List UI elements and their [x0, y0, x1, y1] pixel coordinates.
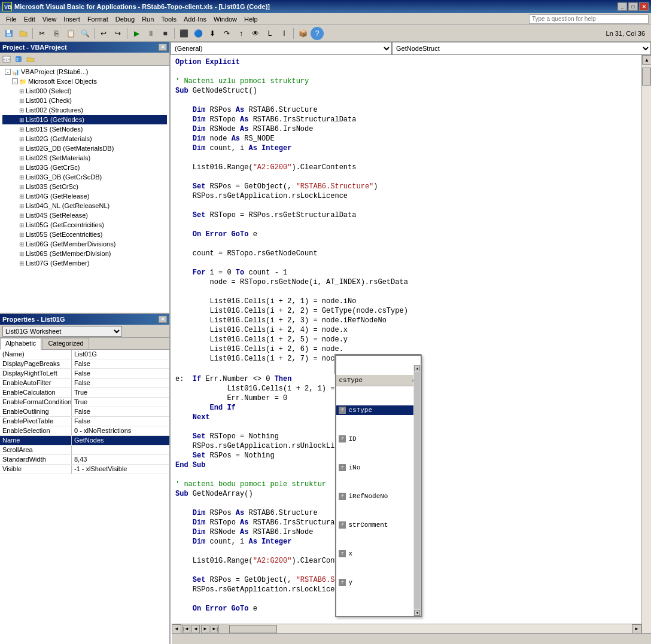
hscroll-home-button[interactable]: |◄ — [182, 625, 190, 633]
tab-categorized[interactable]: Categorized — [42, 338, 89, 349]
tree-list000-label: List000 (Select) — [26, 87, 71, 94]
menu-view[interactable]: View — [39, 14, 60, 24]
tree-vbaproject[interactable]: - 📊 VBAProject (RStab6...) — [2, 67, 167, 77]
stepinto-button[interactable]: ⬇ — [206, 27, 219, 40]
properties-panel-title: Properties - List01G — [2, 316, 65, 323]
tree-list06g[interactable]: ⊞ List06G (GetMemberDivisions) — [2, 239, 167, 249]
tree-list02s[interactable]: ⊞ List02S (SetMaterials) — [2, 153, 167, 163]
properties-close-button[interactable]: ✕ — [159, 316, 167, 323]
cut-button[interactable]: ✂ — [35, 27, 48, 40]
menu-insert[interactable]: Insert — [60, 14, 84, 24]
ac-scroll-down[interactable]: ▼ — [414, 610, 420, 616]
tree-list07g[interactable]: ⊞ List07G (GetMember) — [2, 258, 167, 268]
tree-list03s[interactable]: ⊞ List03S (SetCrSc) — [2, 182, 167, 191]
tree-list05s[interactable]: ⊞ List05S (SetEccentricities) — [2, 230, 167, 239]
menu-file[interactable]: File — [2, 14, 20, 24]
maximize-button[interactable]: □ — [628, 2, 638, 11]
ac-item-strcomment[interactable]: f strComment — [336, 520, 421, 530]
immediate-button[interactable]: I — [278, 27, 291, 40]
autocomplete-title: csType — [339, 376, 363, 385]
hscroll-right-button[interactable]: ► — [632, 624, 641, 634]
menu-format[interactable]: Format — [84, 14, 112, 24]
tree-list02g-db[interactable]: ⊞ List02G_DB (GetMaterialsDB) — [2, 144, 167, 153]
props-object-select[interactable]: List01G Worksheet — [2, 326, 122, 337]
toggle-folders-button[interactable] — [25, 54, 36, 65]
locals-button[interactable]: L — [263, 27, 276, 40]
menu-window[interactable]: Window — [210, 14, 241, 24]
editor-vscroll: ▲ ▼ — [641, 55, 651, 644]
code-area: Option Explicit ' Nacteni uzlu pomoci st… — [171, 55, 651, 644]
tree-list04g-nl[interactable]: ⊞ List04G_NL (GetReleaseNL) — [2, 201, 167, 210]
tree-list01s[interactable]: ⊞ List01S (SetNodes) — [2, 124, 167, 134]
vscroll-up-button[interactable]: ▲ — [642, 55, 651, 65]
tree-list05g[interactable]: ⊞ List05G (GetEccentricities) — [2, 220, 167, 230]
tree-list000[interactable]: ⊞ List000 (Select) — [2, 86, 167, 96]
hscroll-end-button[interactable]: ►| — [211, 625, 219, 633]
project-close-button[interactable]: ✕ — [159, 44, 167, 51]
vbaproject-expander[interactable]: - — [5, 69, 11, 75]
menu-addins[interactable]: Add-Ins — [180, 14, 210, 24]
hscroll-left-button[interactable]: ◄ — [172, 624, 181, 634]
minimize-button[interactable]: _ — [617, 2, 627, 11]
ac-item-id[interactable]: f ID — [336, 434, 421, 444]
menu-run[interactable]: Run — [138, 14, 157, 24]
view-object-button[interactable]: Σ — [13, 54, 24, 65]
menu-debug[interactable]: Debug — [112, 14, 138, 24]
break-button[interactable]: ⏸ — [144, 27, 157, 40]
menu-tools[interactable]: Tools — [157, 14, 180, 24]
menu-edit[interactable]: Edit — [20, 14, 39, 24]
vscroll-thumb[interactable] — [642, 68, 651, 86]
copy-button[interactable]: ⎘ — [50, 27, 63, 40]
help-button[interactable]: ? — [311, 27, 324, 40]
tree-list02g[interactable]: ⊞ List02G (GetMaterials) — [2, 134, 167, 144]
breakpoint-button[interactable]: 🔵 — [191, 27, 205, 40]
paste-button[interactable]: 📋 — [64, 27, 77, 40]
save-button[interactable] — [2, 27, 16, 40]
project-panel-header: Project - VBAProject ✕ — [0, 42, 169, 53]
run-button[interactable]: ▶ — [130, 27, 143, 40]
tree-list001[interactable]: ⊞ List001 (Check) — [2, 96, 167, 105]
ac-item-irefnodeno[interactable]: f iRefNodeNo — [336, 492, 421, 501]
reset-button[interactable]: ■ — [159, 27, 172, 40]
tree-list06s[interactable]: ⊞ List06S (SetMemberDivision) — [2, 249, 167, 258]
tree-list01g[interactable]: ⊞ List01G (GetNodes) — [2, 115, 167, 124]
watch-button[interactable]: 👁 — [249, 27, 262, 40]
ac-item-y[interactable]: f y — [336, 578, 421, 587]
tree-excel-objects[interactable]: - 📁 Microsoft Excel Objects — [2, 77, 167, 86]
excel-objects-expander[interactable]: - — [12, 78, 18, 84]
stepout-button[interactable]: ↑ — [235, 27, 248, 40]
ac-scroll-up[interactable]: ▲ — [414, 365, 420, 371]
method-dropdown[interactable]: GetNodeStruct — [392, 42, 651, 55]
project-tree: - 📊 VBAProject (RStab6...) - 📁 Microsoft… — [0, 66, 169, 313]
tree-list04s[interactable]: ⊞ List04S (SetRelease) — [2, 210, 167, 220]
ac-item-cstype[interactable]: f csType — [336, 405, 421, 415]
title-bar: VB Microsoft Visual Basic for Applicatio… — [0, 0, 651, 13]
tree-list03g-db[interactable]: ⊞ List03G_DB (GetCrScDB) — [2, 172, 167, 182]
menu-help[interactable]: Help — [241, 14, 261, 24]
svg-rect-3 — [7, 30, 10, 33]
find-button[interactable]: 🔍 — [78, 27, 92, 40]
tree-list03s-label: List03S (SetCrSc) — [26, 183, 78, 190]
objectbrowser-button[interactable]: 📦 — [296, 27, 309, 40]
hscroll-thumb[interactable] — [229, 625, 277, 633]
undo-button[interactable]: ↩ — [97, 27, 110, 40]
hscroll-prev-button[interactable]: ◄ — [191, 625, 200, 633]
ask-input[interactable] — [529, 14, 649, 24]
ac-label-cstype: csType — [348, 405, 372, 415]
open-button[interactable] — [17, 27, 30, 40]
view-code-button[interactable]: </> — [1, 54, 12, 65]
tree-list04g[interactable]: ⊞ List04G (GetRelease) — [2, 191, 167, 201]
hscroll-next-button[interactable]: ► — [201, 625, 209, 633]
tree-list03g[interactable]: ⊞ List03G (GetCrSc) — [2, 163, 167, 172]
code-content[interactable]: Option Explicit ' Nacteni uzlu pomoci st… — [171, 55, 651, 644]
tree-list002[interactable]: ⊞ List002 (Structures) — [2, 105, 167, 115]
stepover-button[interactable]: ↷ — [220, 27, 233, 40]
ac-item-x[interactable]: f x — [336, 549, 421, 558]
status-bar — [172, 633, 651, 644]
ac-item-ino[interactable]: f iNo — [336, 463, 421, 472]
userform-button[interactable]: ⬛ — [177, 27, 190, 40]
redo-button[interactable]: ↪ — [111, 27, 124, 40]
tab-alphabetic[interactable]: Alphabetic — [0, 338, 41, 350]
general-dropdown[interactable]: (General) — [171, 42, 392, 55]
close-button[interactable]: ✕ — [639, 2, 649, 11]
